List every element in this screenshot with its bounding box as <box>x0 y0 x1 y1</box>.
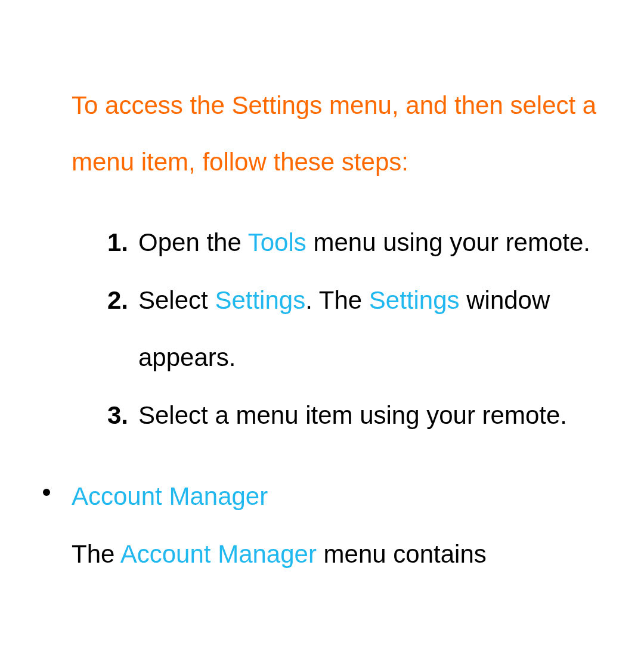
bullet-dot-icon <box>43 489 50 496</box>
step-item-2: Select Settings. The Settings window app… <box>107 272 626 387</box>
step-2-text-mid: . The <box>305 286 369 314</box>
bullet-title-account-manager: Account Manager <box>72 468 626 526</box>
steps-list: Open the Tools menu using your remote. S… <box>72 214 626 444</box>
bullet-item-account-manager: Account Manager The Account Manager menu… <box>72 468 626 583</box>
step-item-3: Select a menu item using your remote. <box>107 387 626 445</box>
document-page: To access the Settings menu, and then se… <box>0 0 644 658</box>
bullet-body-highlight: Account Manager <box>120 540 317 568</box>
bullet-body-post: menu contains <box>317 540 487 568</box>
step-2-text-pre: Select <box>138 286 215 314</box>
bullet-body: The Account Manager menu contains <box>72 526 626 583</box>
step-1-text-post: menu using your remote. <box>306 228 590 256</box>
intro-paragraph: To access the Settings menu, and then se… <box>72 77 626 190</box>
bullet-body-pre: The <box>72 540 120 568</box>
step-3-text: Select a menu item using your remote. <box>138 401 567 429</box>
bullet-list: Account Manager The Account Manager menu… <box>72 468 626 583</box>
step-item-1: Open the Tools menu using your remote. <box>107 214 626 272</box>
step-1-highlight-tools: Tools <box>248 228 306 256</box>
step-2-highlight-settings-1: Settings <box>215 286 305 314</box>
step-1-text-pre: Open the <box>138 228 248 256</box>
step-2-highlight-settings-2: Settings <box>369 286 460 314</box>
